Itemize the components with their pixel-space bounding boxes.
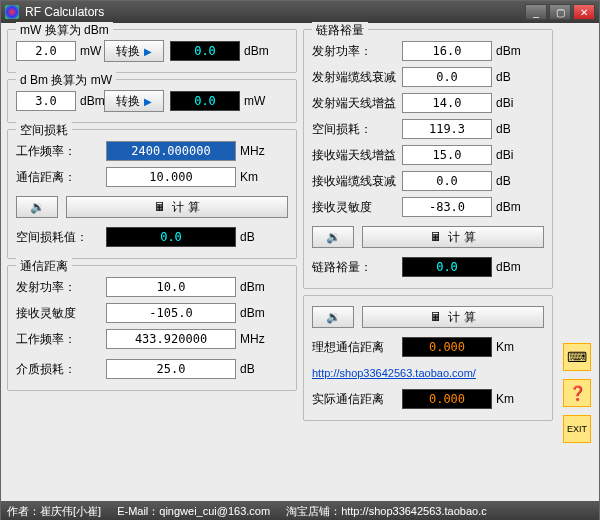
maximize-button[interactable]: ▢ — [549, 4, 571, 20]
group-legend: 通信距离 — [16, 258, 72, 275]
calc-button-pathloss[interactable]: 🖩计 算 — [66, 196, 288, 218]
convert-button-2[interactable]: 转换▶ — [104, 90, 164, 112]
tx-power-label: 发射功率： — [312, 43, 402, 60]
app-window: RF Calculators _ ▢ ✕ mW 换算为 dBm mW 转换▶ 0… — [0, 0, 600, 520]
dbm-to-mw-group: d Bm 换算为 mW dBm 转换▶ 0.0 mW — [7, 79, 297, 123]
tx-power-label: 发射功率： — [16, 279, 106, 296]
tx-unit: dBm — [236, 280, 264, 294]
dist-unit: Km — [236, 170, 264, 184]
title-bar[interactable]: RF Calculators _ ▢ ✕ — [1, 1, 599, 23]
path-loss-group: 空间损耗 工作频率： MHz 通信距离： Km 🔉 🖩计 算 — [7, 129, 297, 259]
calculator-icon: 🖩 — [430, 230, 442, 244]
mw-unit-label: mW — [76, 44, 104, 58]
medium-loss-label: 介质损耗： — [16, 361, 106, 378]
freq-input-2[interactable] — [106, 329, 236, 349]
ideal-dist-output: 0.000 — [402, 337, 492, 357]
freq-input[interactable] — [106, 141, 236, 161]
pathloss-output: 0.0 — [106, 227, 236, 247]
mw-output: 0.0 — [170, 91, 240, 111]
real-dist-label: 实际通信距离 — [312, 391, 402, 408]
close-button[interactable]: ✕ — [573, 4, 595, 20]
help-button[interactable]: ❓ — [563, 379, 591, 407]
margin-output: 0.0 — [402, 257, 492, 277]
speaker-icon: 🔉 — [326, 310, 341, 324]
status-bar: 作者：崔庆伟[小崔] E-Mail：qingwei_cui@163.com 淘宝… — [1, 501, 599, 520]
unit-label: dBm — [492, 44, 520, 58]
unit-label: dB — [492, 174, 520, 188]
arrow-icon: ▶ — [144, 96, 152, 107]
email-value: qingwei_cui@163.com — [159, 505, 270, 517]
calculator-icon: 🖩 — [430, 310, 442, 324]
sidebar-buttons: ⌨ ❓ EXIT — [563, 343, 593, 451]
unit-label: dB — [492, 122, 520, 136]
unit-label: dBm — [492, 200, 520, 214]
dbm-input[interactable] — [16, 91, 76, 111]
shop-label: 淘宝店铺： — [286, 505, 341, 517]
unit-label: dBm — [492, 260, 520, 274]
margin-label: 链路裕量： — [312, 259, 402, 276]
link-txcable-input[interactable] — [402, 67, 492, 87]
rx-sens-input[interactable] — [106, 303, 236, 323]
window-title: RF Calculators — [25, 5, 523, 19]
author-label: 作者： — [7, 505, 40, 517]
calculator-icon: 🖩 — [154, 200, 166, 214]
dbm-unit-label: dBm — [240, 44, 268, 58]
ideal-dist-label: 理想通信距离 — [312, 339, 402, 356]
dist-label: 通信距离： — [16, 169, 106, 186]
calc-button-link[interactable]: 🖩计 算 — [362, 226, 544, 248]
link-rxant-input[interactable] — [402, 145, 492, 165]
space-loss-label: 空间损耗： — [312, 121, 402, 138]
unit-label: Km — [492, 340, 520, 354]
freq-unit: MHz — [236, 144, 264, 158]
speaker-button-3[interactable]: 🔉 — [312, 306, 354, 328]
shop-link[interactable]: http://shop33642563.taobao.com/ — [312, 367, 476, 379]
rx-ant-label: 接收端天线增益 — [312, 147, 402, 164]
speaker-button-2[interactable]: 🔉 — [312, 226, 354, 248]
keyboard-button[interactable]: ⌨ — [563, 343, 591, 371]
tx-cable-label: 发射端缆线衰减 — [312, 69, 402, 86]
rx-unit: dBm — [236, 306, 264, 320]
dbm-unit-label: dBm — [76, 94, 104, 108]
link-rxsen-input[interactable] — [402, 197, 492, 217]
tx-ant-label: 发射端天线增益 — [312, 95, 402, 112]
speaker-button[interactable]: 🔉 — [16, 196, 58, 218]
link-txant-input[interactable] — [402, 93, 492, 113]
rx-sens-label: 接收灵敏度 — [16, 305, 106, 322]
arrow-icon: ▶ — [144, 46, 152, 57]
convert-button-1[interactable]: 转换▶ — [104, 40, 164, 62]
group-legend: d Bm 换算为 mW — [16, 72, 116, 89]
medium-loss-input[interactable] — [106, 359, 236, 379]
freq-unit-2: MHz — [236, 332, 264, 346]
content-area: mW 换算为 dBm mW 转换▶ 0.0 dBm d Bm 换算为 mW dB… — [1, 23, 599, 501]
exit-icon: EXIT — [567, 424, 587, 434]
link-space-input[interactable] — [402, 119, 492, 139]
link-rxcable-input[interactable] — [402, 171, 492, 191]
speaker-icon: 🔉 — [30, 200, 45, 214]
mw-unit-label: mW — [240, 94, 268, 108]
group-legend: mW 换算为 dBm — [16, 22, 113, 39]
comm-dist-result-group: 🔉 🖩计 算 理想通信距离0.000Km http://shop33642563… — [303, 295, 553, 421]
unit-label: dB — [492, 70, 520, 84]
result-unit: dB — [236, 230, 264, 244]
medium-unit: dB — [236, 362, 264, 376]
result-label: 空间损耗值： — [16, 229, 106, 246]
freq-label-2: 工作频率： — [16, 331, 106, 348]
speaker-icon: 🔉 — [326, 230, 341, 244]
link-tx-input[interactable] — [402, 41, 492, 61]
mw-input[interactable] — [16, 41, 76, 61]
minimize-button[interactable]: _ — [525, 4, 547, 20]
shop-url: http://shop33642563.taobao.c — [341, 505, 487, 517]
exit-button[interactable]: EXIT — [563, 415, 591, 443]
tx-power-input[interactable] — [106, 277, 236, 297]
author-name: 崔庆伟[小崔] — [40, 505, 101, 517]
rx-sens-label: 接收灵敏度 — [312, 199, 402, 216]
unit-label: Km — [492, 392, 520, 406]
rx-cable-label: 接收端缆线衰减 — [312, 173, 402, 190]
mw-to-dbm-group: mW 换算为 dBm mW 转换▶ 0.0 dBm — [7, 29, 297, 73]
keyboard-icon: ⌨ — [567, 349, 587, 365]
unit-label: dBi — [492, 96, 520, 110]
calc-button-dist[interactable]: 🖩计 算 — [362, 306, 544, 328]
link-margin-group: 链路裕量 发射功率：dBm 发射端缆线衰减dB 发射端天线增益dBi 空间损耗：… — [303, 29, 553, 289]
dist-input[interactable] — [106, 167, 236, 187]
dbm-output: 0.0 — [170, 41, 240, 61]
